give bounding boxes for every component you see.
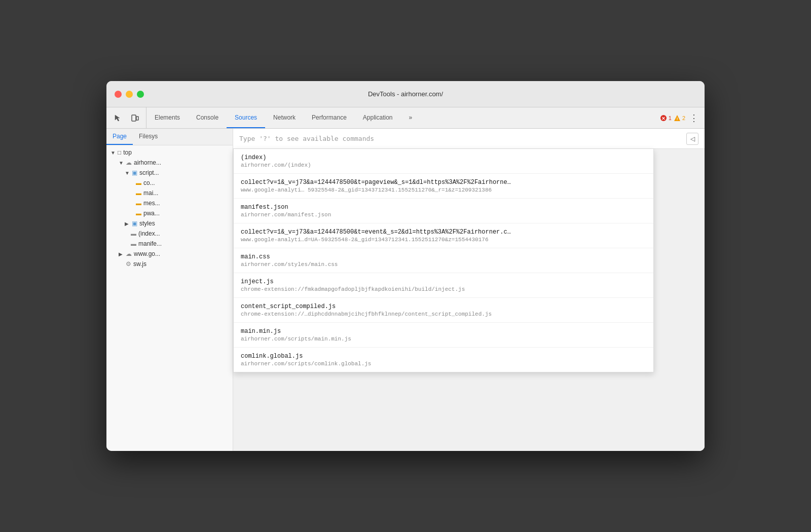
cloud-icon: ☁ [126, 250, 132, 257]
tree-item-styles[interactable]: ▶ ▣ styles [106, 218, 233, 229]
tree-item-top[interactable]: ▼ □ top [106, 147, 233, 158]
tree-item-mai[interactable]: ▬ mai... [106, 188, 233, 198]
cursor-icon[interactable] [110, 111, 125, 125]
tree-arrow: ▼ [125, 170, 130, 176]
tree-label: (index... [138, 230, 160, 237]
subtab-page[interactable]: Page [106, 129, 133, 145]
tree-item-pwa[interactable]: ▬ pwa... [106, 208, 233, 218]
maximize-button[interactable] [137, 91, 144, 98]
subtabs: Page Filesys [106, 129, 233, 145]
folder-icon: ▣ [132, 169, 137, 176]
window-title: DevTools - airhorner.com/ [368, 90, 443, 98]
dropdown-item-mainminjs[interactable]: main.min.js airhorner.com/scripts/main.m… [234, 323, 653, 348]
tree-label: airhorne... [134, 159, 161, 166]
tree-label: top [123, 149, 132, 156]
file-icon: ▬ [136, 210, 141, 216]
devtools-window: DevTools - airhorner.com/ Elements Conso… [106, 81, 705, 451]
file-icon: ▬ [136, 190, 141, 196]
file-icon: ▬ [136, 200, 141, 206]
square-icon: □ [118, 149, 121, 156]
tree-label: www.go... [134, 250, 160, 257]
error-icon: ✕ [660, 115, 667, 122]
file-icon: ▬ [136, 180, 141, 186]
dropdown-item-comlinkglobal[interactable]: comlink.global.js airhorner.com/scripts/… [234, 348, 653, 372]
tabs-bar: Elements Console Sources Network Perform… [106, 107, 705, 129]
tree-item-index[interactable]: ▬ (index... [106, 229, 233, 239]
tabs-right: ✕ 1 ! 2 ⋮ [656, 107, 705, 128]
dropdown-item-injectjs[interactable]: inject.js chrome-extension://fmkadmapgof… [234, 273, 653, 298]
more-options-button[interactable]: ⋮ [687, 112, 701, 124]
minimize-button[interactable] [126, 91, 133, 98]
dropdown-item-index[interactable]: (index) airhorner.com/(index) [234, 149, 653, 174]
dropdown-item-contentscript[interactable]: content_script_compiled.js chrome-extens… [234, 298, 653, 323]
devtools-toolbar [106, 107, 146, 128]
window-controls [115, 91, 144, 98]
tree-item-mes[interactable]: ▬ mes... [106, 198, 233, 208]
tree-arrow: ▼ [110, 150, 116, 156]
tab-performance[interactable]: Performance [304, 107, 355, 128]
tree-label: pwa... [143, 210, 160, 217]
cloud-icon: ☁ [126, 159, 132, 166]
svg-text:!: ! [677, 117, 678, 121]
main-content: Page Filesys ▼ □ top ▼ ☁ airhorne [106, 129, 705, 451]
warning-icon: ! [674, 115, 681, 122]
tree-item-swjs[interactable]: ▶ ⚙ sw.js [106, 259, 233, 269]
collapse-button[interactable]: ◁ [686, 133, 698, 145]
left-panel: Page Filesys ▼ □ top ▼ ☁ airhorne [106, 129, 233, 451]
tabs-list: Elements Console Sources Network Perform… [146, 107, 656, 128]
tab-console[interactable]: Console [188, 107, 227, 128]
svg-text:✕: ✕ [661, 116, 666, 121]
dropdown-item-collect2[interactable]: collect?v=1&_v=j73&a=1244478500&t=event&… [234, 223, 653, 248]
tree-item-scripts[interactable]: ▼ ▣ script... [106, 168, 233, 178]
file-tree: ▼ □ top ▼ ☁ airhorne... ▼ ▣ script... [106, 145, 233, 451]
tab-more[interactable]: » [401, 107, 421, 128]
tree-arrow: ▶ [119, 251, 124, 257]
gear-icon: ⚙ [126, 260, 131, 268]
error-badge[interactable]: ✕ 1 [660, 115, 672, 122]
dropdown-item-collect1[interactable]: collect?v=1&_v=j73&a=1244478500&t=pagevi… [234, 174, 653, 199]
close-button[interactable] [115, 91, 122, 98]
tree-arrow: ▼ [119, 160, 124, 166]
tree-label: sw.js [133, 260, 146, 268]
search-dropdown: (index) airhorner.com/(index) collect?v=… [233, 149, 654, 372]
tab-elements[interactable]: Elements [146, 107, 188, 128]
titlebar: DevTools - airhorner.com/ [106, 81, 705, 107]
folder-icon: ▣ [132, 220, 137, 227]
device-toggle-icon[interactable] [128, 111, 142, 125]
search-input[interactable] [239, 135, 686, 142]
tree-label: styles [139, 220, 155, 227]
tree-arrow: ▶ [125, 221, 130, 226]
dropdown-item-maincss[interactable]: main.css airhorner.com/styles/main.css [234, 248, 653, 273]
tab-sources[interactable]: Sources [227, 107, 265, 128]
tree-label: script... [139, 169, 159, 176]
subtab-filesystem[interactable]: Filesys [133, 129, 164, 145]
svg-rect-1 [136, 117, 138, 120]
tree-label: manife... [138, 240, 162, 247]
tree-item-wwwgo[interactable]: ▶ ☁ www.go... [106, 249, 233, 259]
warning-badge[interactable]: ! 2 [674, 115, 685, 122]
right-panel: ◁ (index) airhorner.com/(index) collect?… [233, 129, 705, 451]
tree-label: co... [143, 179, 155, 186]
tab-network[interactable]: Network [265, 107, 304, 128]
tree-label: mai... [143, 189, 158, 197]
tab-application[interactable]: Application [355, 107, 401, 128]
svg-rect-0 [132, 115, 136, 121]
file-icon: ▬ [131, 241, 136, 247]
search-bar: ◁ [233, 129, 705, 149]
file-icon: ▬ [131, 231, 136, 237]
tree-label: mes... [143, 200, 160, 207]
tree-item-airhorner[interactable]: ▼ ☁ airhorne... [106, 158, 233, 168]
tree-item-co[interactable]: ▬ co... [106, 178, 233, 188]
tree-item-manifest[interactable]: ▬ manife... [106, 239, 233, 249]
dropdown-item-manifest[interactable]: manifest.json airhorner.com/manifest.jso… [234, 199, 653, 223]
